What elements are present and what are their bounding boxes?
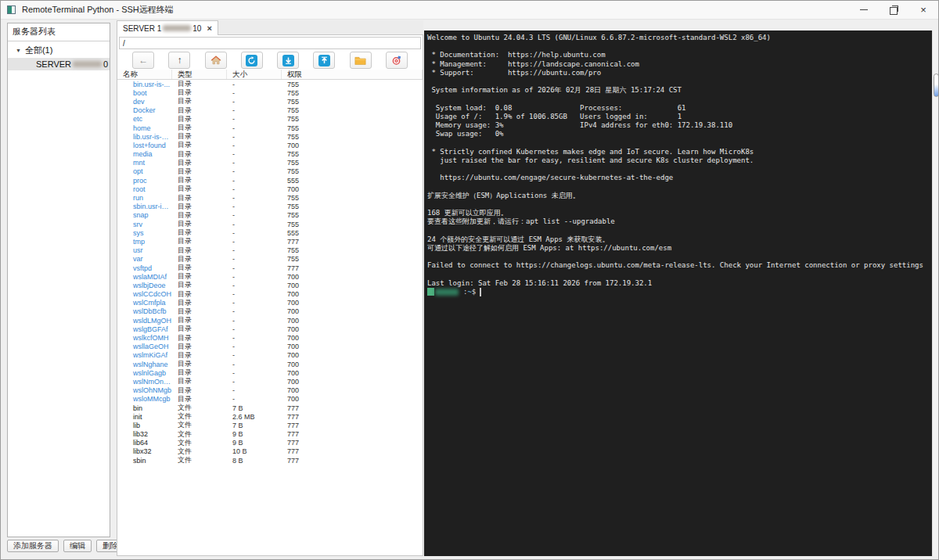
file-size: - <box>227 124 282 132</box>
file-row[interactable]: etc 目录 - 755 <box>117 115 423 124</box>
file-type: 文件 <box>172 455 227 465</box>
tab-label-suffix: 10 <box>192 24 201 33</box>
file-row[interactable]: wslkcfOMH 目录 - 700 <box>117 333 423 342</box>
file-row[interactable]: wslgBGFAf 目录 - 700 <box>117 325 423 333</box>
toolbar-folder-button[interactable] <box>350 52 372 69</box>
folder-icon <box>354 56 366 66</box>
minimize-button[interactable] <box>849 1 879 19</box>
file-perm: 700 <box>282 369 423 377</box>
file-size: 8 B <box>227 457 282 465</box>
file-row[interactable]: tmp 目录 - 777 <box>117 237 423 246</box>
file-table-header: 名称 类型 大小 权限 <box>117 70 423 80</box>
file-row[interactable]: wslCCdcOH 目录 - 700 <box>117 290 423 299</box>
file-row[interactable]: init 文件 2.6 MB 777 <box>117 412 423 421</box>
column-header-perm[interactable]: 权限 <box>282 70 423 79</box>
toolbar-up-button[interactable]: ↑ <box>168 52 190 69</box>
download-icon <box>282 55 294 66</box>
file-row[interactable]: mnt 目录 - 755 <box>117 159 423 167</box>
file-row[interactable]: Docker 目录 - 755 <box>117 106 423 115</box>
toolbar-refresh-button[interactable] <box>241 52 263 69</box>
file-row[interactable]: wslbjDeoe 目录 - 700 <box>117 281 423 289</box>
column-header-name[interactable]: 名称 <box>117 70 172 79</box>
path-input[interactable] <box>119 37 421 49</box>
add-server-button[interactable]: 添加服务器 <box>7 540 59 552</box>
file-perm: 755 <box>282 133 423 141</box>
tree-item-server[interactable]: SERVER 0 <box>8 58 110 70</box>
file-perm: 755 <box>282 89 423 97</box>
file-row[interactable]: wslaMDIAf 目录 - 700 <box>117 272 423 281</box>
chevron-down-icon: ▼ <box>16 48 21 53</box>
file-row[interactable]: lib64 文件 9 B 777 <box>117 439 423 447</box>
file-row[interactable]: srv 目录 - 755 <box>117 220 423 228</box>
file-perm: 777 <box>282 430 423 438</box>
server-ip-redacted <box>73 61 102 67</box>
file-row[interactable]: sbin.usr-is-... 目录 - 755 <box>117 203 423 211</box>
file-perm: 555 <box>282 177 423 185</box>
file-row[interactable]: bin 文件 7 B 777 <box>117 404 423 412</box>
file-name: wslnlGagb <box>117 369 172 377</box>
column-header-type[interactable]: 类型 <box>172 70 227 79</box>
file-row[interactable]: home 目录 - 755 <box>117 124 423 132</box>
file-row[interactable]: wsldLMgOH 目录 - 700 <box>117 316 423 325</box>
file-row[interactable]: lost+found 目录 - 700 <box>117 141 423 149</box>
file-row[interactable]: lib.usr-is-m... 目录 - 755 <box>117 132 423 141</box>
file-perm: 700 <box>282 299 423 307</box>
terminal[interactable]: Welcome to Ubuntu 24.04.3 LTS (GNU/Linux… <box>424 31 932 556</box>
file-row[interactable]: boot 目录 - 755 <box>117 88 423 97</box>
server-list-panel: 服务器列表 ▼ 全部(1) SERVER 0 <box>7 23 110 537</box>
toolbar-download-button[interactable] <box>277 52 299 69</box>
file-row[interactable]: bin.usr-is-... 目录 - 755 <box>117 80 423 88</box>
file-perm: 700 <box>282 142 423 149</box>
file-row[interactable]: wslNghane 目录 - 700 <box>117 360 423 368</box>
file-perm: 700 <box>282 185 423 193</box>
terminal-scrollbar[interactable] <box>932 31 939 556</box>
file-name: etc <box>117 115 172 123</box>
file-row[interactable]: wslCmfpla 目录 - 700 <box>117 299 423 307</box>
file-row[interactable]: lib32 文件 9 B 777 <box>117 430 423 439</box>
toolbar-back-button[interactable]: ← <box>132 52 154 69</box>
file-row[interactable]: usr 目录 - 755 <box>117 246 423 255</box>
toolbar-target-button[interactable] <box>386 52 408 69</box>
file-perm: 755 <box>282 194 423 202</box>
file-row[interactable]: run 目录 - 755 <box>117 193 423 202</box>
edit-server-button[interactable]: 编辑 <box>63 540 92 552</box>
file-row[interactable]: wsllaGeOH 目录 - 700 <box>117 343 423 351</box>
file-row[interactable]: wslNmOnNH 目录 - 700 <box>117 377 423 386</box>
file-row[interactable]: wslnlGagb 目录 - 700 <box>117 368 423 377</box>
file-row[interactable]: sys 目录 - 555 <box>117 228 423 237</box>
file-size: - <box>227 246 282 254</box>
file-row[interactable]: wslDbBcfb 目录 - 700 <box>117 307 423 316</box>
maximize-button[interactable] <box>879 1 908 19</box>
file-row[interactable]: snap 目录 - 755 <box>117 211 423 220</box>
tab-close-icon[interactable]: × <box>207 23 211 33</box>
file-size: 7 B <box>227 422 282 429</box>
file-row[interactable]: opt 目录 - 755 <box>117 167 423 176</box>
file-size: 7 B <box>227 404 282 412</box>
file-row[interactable]: sbin 文件 8 B 777 <box>117 456 423 465</box>
file-toolbar: ←↑ <box>117 51 423 70</box>
file-size: - <box>227 334 282 342</box>
file-row[interactable]: root 目录 - 700 <box>117 185 423 193</box>
file-row[interactable]: lib 文件 7 B 777 <box>117 421 423 429</box>
toolbar-upload-button[interactable] <box>313 52 335 69</box>
file-name: lost+found <box>117 142 172 149</box>
window-title: RemoteTerminal Python - SSH远程终端 <box>22 4 174 16</box>
close-button[interactable]: × <box>908 1 938 19</box>
file-perm: 777 <box>282 238 423 246</box>
file-row[interactable]: var 目录 - 755 <box>117 255 423 264</box>
file-row[interactable]: libx32 文件 10 B 777 <box>117 447 423 456</box>
file-size: - <box>227 299 282 307</box>
file-row[interactable]: proc 目录 - 555 <box>117 176 423 185</box>
file-row[interactable]: media 目录 - 755 <box>117 150 423 159</box>
file-row[interactable]: vsftpd 目录 - 777 <box>117 264 423 272</box>
toolbar-home-button[interactable] <box>205 52 227 69</box>
tree-item-all-servers[interactable]: ▼ 全部(1) <box>8 41 110 58</box>
file-perm: 755 <box>282 150 423 158</box>
file-row[interactable]: wsloMMcgb 目录 - 700 <box>117 395 423 404</box>
tab-server-session[interactable]: SERVER 1 10 × <box>117 20 218 35</box>
terminal-scrollbar-thumb[interactable] <box>934 74 939 97</box>
file-row[interactable]: wslOhNMgb 目录 - 700 <box>117 386 423 395</box>
file-row[interactable]: wslmKiGAf 目录 - 700 <box>117 351 423 360</box>
column-header-size[interactable]: 大小 <box>227 70 282 79</box>
file-row[interactable]: dev 目录 - 755 <box>117 97 423 106</box>
